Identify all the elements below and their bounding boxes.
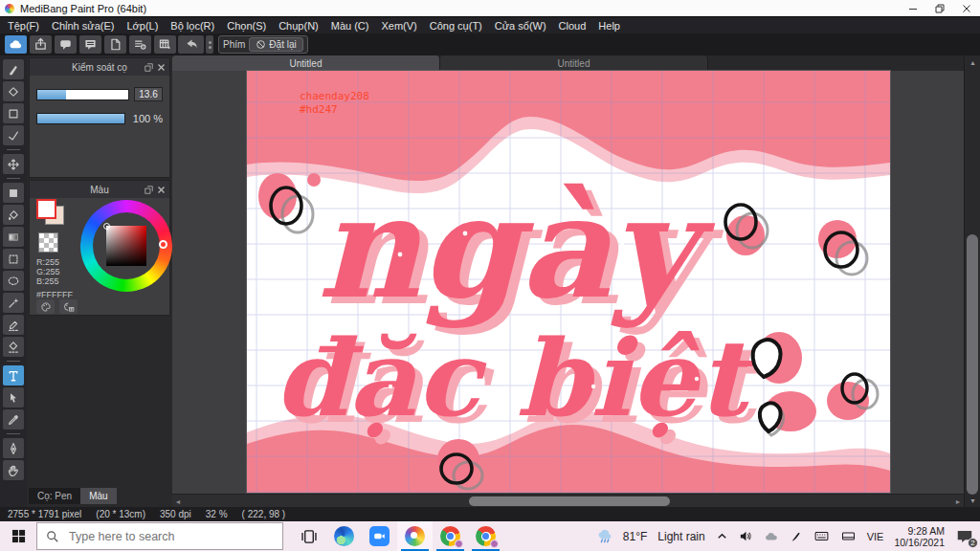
hand-tool[interactable] [3, 460, 24, 480]
popout-icon[interactable] [145, 63, 153, 72]
show-hidden-icons-chevron[interactable] [716, 530, 728, 542]
tab-brush-pen[interactable]: Cọ: Pen [29, 488, 80, 504]
menu-item-5[interactable]: Chụp(N) [278, 20, 319, 32]
fill-rect-tool[interactable] [3, 183, 24, 203]
menu-item-10[interactable]: Cloud [559, 20, 587, 32]
popout-icon[interactable] [145, 186, 153, 194]
brush-tool[interactable] [3, 59, 24, 79]
task-view-button[interactable] [291, 521, 326, 551]
close-panel-icon[interactable] [157, 186, 166, 194]
text-tool[interactable] [3, 365, 24, 386]
lasso-tool[interactable] [3, 271, 24, 291]
language-indicator[interactable]: VIE [867, 531, 884, 542]
menu-item-9[interactable]: Cửa sổ(W) [495, 20, 546, 32]
palette-add-button[interactable] [59, 299, 78, 314]
magic-wand-tool[interactable] [3, 293, 24, 313]
taskbar-edge[interactable] [326, 521, 362, 551]
quickbar-export-button[interactable] [30, 35, 52, 54]
color-panel-title: Màu [55, 185, 145, 195]
select-rect-tool[interactable] [3, 249, 24, 269]
scroll-up-arrow[interactable]: ▲ [965, 55, 980, 69]
taskbar-search[interactable] [36, 522, 283, 550]
menu-item-7[interactable]: Xem(V) [381, 20, 416, 32]
taskbar-clock[interactable]: 9:28 AM 10/16/2021 [894, 525, 945, 548]
search-input[interactable] [67, 529, 249, 544]
menu-item-2[interactable]: Lớp(L) [126, 20, 158, 32]
sv-selector[interactable] [103, 223, 110, 230]
transparent-color-swatch[interactable] [38, 232, 58, 253]
operation-tool[interactable] [3, 387, 24, 408]
weather-temp[interactable]: 81°F [623, 530, 647, 543]
menu-item-4[interactable]: Chọn(S) [227, 20, 266, 32]
taskbar-medibang[interactable] [397, 521, 433, 551]
touch-keyboard-icon[interactable] [813, 529, 830, 543]
artwork: chaenday208 #hd247 ngày ngày đặc biệt đặ… [247, 71, 890, 493]
quickbar-chat-square-button[interactable] [79, 35, 101, 54]
clock-date: 10/16/2021 [894, 537, 945, 548]
vertical-scroll-thumb[interactable] [967, 234, 978, 495]
menu-item-1[interactable]: Chỉnh sửa(E) [52, 20, 114, 32]
medibang-window: MediBang Paint Pro (64bit) Tệp(F)Chỉnh s… [0, 0, 980, 551]
div-pen-tool[interactable] [3, 438, 24, 458]
pen-icon[interactable] [790, 530, 803, 543]
minimize-button[interactable] [900, 0, 926, 16]
quickbar-cloud-button[interactable] [5, 35, 27, 54]
hue-selector[interactable] [159, 240, 167, 249]
undo-dropdown-handle[interactable] [206, 35, 213, 54]
quickbar-list-settings-button[interactable] [129, 35, 151, 54]
menu-item-8[interactable]: Công cụ(T) [430, 20, 482, 32]
figure-tool[interactable] [3, 103, 24, 123]
brush-size-slider[interactable] [36, 89, 129, 100]
touchpad-icon[interactable] [840, 529, 857, 543]
foreground-color-swatch[interactable] [36, 199, 56, 219]
taskbar-zoom[interactable] [362, 521, 397, 551]
weather-desc[interactable]: Light rain [657, 530, 704, 543]
gradient-tool[interactable] [3, 227, 24, 247]
polyline-icon [7, 129, 20, 143]
horizontal-scroll-thumb[interactable] [469, 496, 670, 506]
document-canvas[interactable]: chaenday208 #hd247 ngày ngày đặc biệt đặ… [247, 71, 890, 493]
menu-item-0[interactable]: Tệp(F) [8, 20, 39, 32]
saturation-value-box[interactable] [106, 226, 146, 266]
taskbar-chrome-2[interactable] [468, 521, 503, 551]
scroll-left-arrow[interactable]: ◄ [172, 495, 184, 507]
taskbar-chrome-1[interactable] [433, 521, 468, 551]
document-tab-1[interactable]: Untitled [440, 55, 708, 71]
move-tool[interactable] [3, 154, 24, 174]
color-wheel[interactable] [80, 200, 172, 292]
chrome-icon [440, 526, 460, 546]
speaker-icon[interactable] [739, 529, 753, 543]
brush-size-value[interactable]: 13.6 [134, 87, 163, 101]
close-panel-icon[interactable] [157, 63, 166, 72]
start-button[interactable] [0, 521, 36, 551]
quickbar-document-button[interactable] [104, 35, 126, 54]
vertical-scrollbar[interactable]: ▲ ▼ [964, 55, 980, 507]
polyline-tool[interactable] [3, 125, 24, 145]
scroll-right-arrow[interactable]: ► [952, 495, 964, 507]
menu-item-11[interactable]: Help [598, 20, 620, 32]
eyedropper-tool[interactable] [3, 409, 24, 430]
document-tab-0[interactable]: Untitled [172, 55, 440, 71]
bucket-icon [7, 209, 20, 222]
menu-item-6[interactable]: Màu (C) [331, 20, 369, 32]
onedrive-icon[interactable] [764, 529, 779, 544]
scroll-down-arrow[interactable]: ▼ [965, 494, 980, 507]
action-center-button[interactable]: 2 [955, 528, 974, 545]
quickbar-grid-edit-button[interactable] [154, 35, 176, 54]
palette-button[interactable] [36, 299, 55, 314]
brush-opacity-slider[interactable] [36, 113, 125, 124]
quickbar-chat-round-button[interactable] [55, 35, 77, 54]
eraser-tool[interactable] [3, 81, 24, 101]
bucket-tool[interactable] [3, 205, 24, 225]
status-segment-4: ( 222, 98 ) [242, 509, 286, 519]
select-pen-tool[interactable] [3, 315, 24, 335]
horizontal-scrollbar[interactable]: ◄ ► [172, 494, 964, 507]
tab-color[interactable]: Màu [80, 488, 116, 504]
reset-button[interactable]: Đặt lại [249, 37, 302, 52]
signature-line1: chaenday208 [300, 90, 369, 102]
menu-item-3[interactable]: Bộ lọc(R) [170, 20, 214, 32]
restore-button[interactable] [926, 0, 953, 16]
undo-button[interactable] [178, 35, 204, 54]
select-eraser-tool[interactable] [3, 337, 24, 357]
close-button[interactable] [953, 0, 980, 16]
